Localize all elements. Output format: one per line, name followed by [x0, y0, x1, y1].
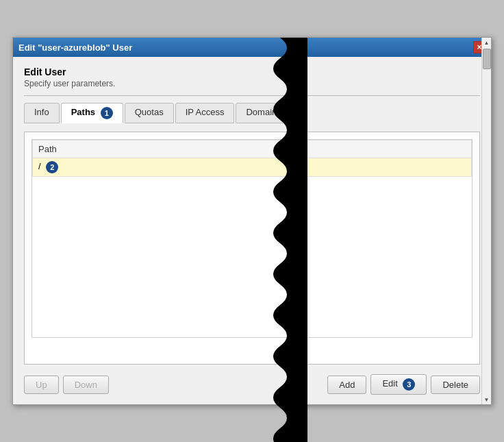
path-cell: / 2	[33, 158, 472, 177]
add-button[interactable]: Add	[327, 376, 366, 394]
tab-ip-access-label: IP Access	[186, 107, 225, 117]
section-subtitle: Specify user parameters.	[24, 79, 480, 88]
path-value: /	[38, 161, 41, 171]
tab-paths-badge: 1	[101, 107, 113, 119]
tab-domain-label: Domain	[246, 107, 277, 117]
tab-domain[interactable]: Domain	[236, 103, 287, 123]
path-column-header: Path	[33, 140, 472, 158]
up-button[interactable]: Up	[24, 376, 59, 394]
dialog-body: Edit User Specify user parameters. Info …	[13, 57, 491, 404]
row-badge: 2	[46, 161, 58, 173]
buttons-row: Up Down Add Edit 3 Delete	[24, 374, 480, 395]
down-button[interactable]: Down	[63, 376, 109, 394]
btn-group-right: Add Edit 3 Delete	[327, 374, 480, 395]
section-title: Edit User	[24, 66, 480, 77]
btn-group-left: Up Down	[24, 376, 109, 394]
scroll-down-arrow[interactable]: ▼	[482, 395, 492, 404]
divider	[24, 95, 480, 96]
scroll-up-arrow[interactable]: ▲	[482, 38, 492, 47]
edit-label: Edit	[382, 378, 397, 389]
tab-ip-access[interactable]: IP Access	[175, 103, 235, 123]
tab-quotas[interactable]: Quotas	[125, 103, 174, 123]
dialog: Edit "user-azureblob" User × Edit User S…	[12, 37, 492, 405]
tabs-container: Info Paths 1 Quotas IP Access Domain	[24, 103, 480, 123]
tab-paths-label: Paths	[71, 107, 95, 117]
paths-panel: Path / 2	[24, 132, 480, 365]
scrollbar-thumb[interactable]	[483, 49, 491, 69]
delete-button[interactable]: Delete	[431, 376, 480, 394]
title-bar: Edit "user-azureblob" User ×	[13, 38, 491, 57]
tab-info-label: Info	[34, 107, 49, 117]
dialog-scrollbar[interactable]: ▲ ▼	[481, 38, 491, 404]
tab-info[interactable]: Info	[24, 103, 60, 123]
edit-button[interactable]: Edit 3	[370, 374, 427, 395]
table-row[interactable]: / 2	[33, 158, 472, 177]
paths-scroll-area[interactable]: Path / 2	[32, 139, 473, 338]
edit-badge: 3	[403, 378, 415, 391]
paths-table: Path / 2	[32, 140, 472, 177]
tab-paths[interactable]: Paths 1	[61, 103, 123, 123]
dialog-title: Edit "user-azureblob" User	[18, 42, 132, 53]
tab-quotas-label: Quotas	[135, 107, 164, 117]
